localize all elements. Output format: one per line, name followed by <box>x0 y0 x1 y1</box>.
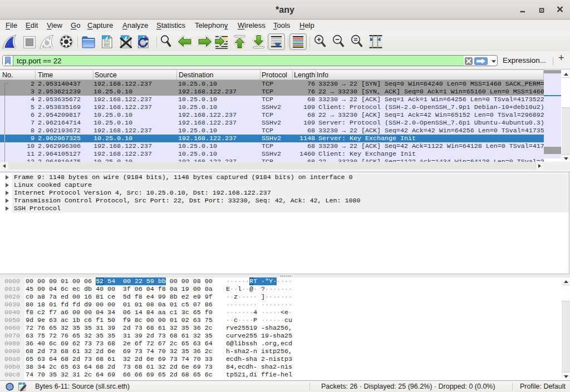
svg-text:0011: 0011 <box>104 44 110 47</box>
